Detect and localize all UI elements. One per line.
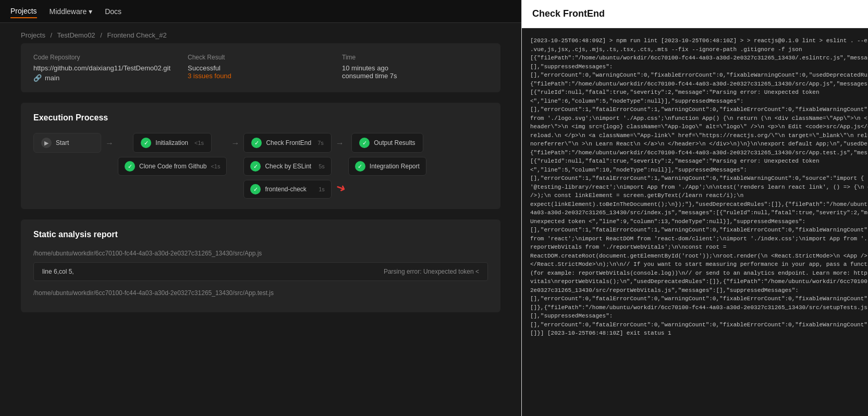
sub-step-frontend-check: ✓ frontend-check 1s ➜ xyxy=(243,180,331,199)
step-header-output: ✓ Output Results xyxy=(351,133,423,153)
step-label-start: Start xyxy=(56,139,69,146)
output-sub-steps: ✓ Integration Report xyxy=(348,157,426,176)
breadcrumb-projects[interactable]: Projects xyxy=(21,31,45,39)
frontend-check-icon: ✓ xyxy=(250,184,261,194)
execution-card: Execution Process ▶ Start → ✓ Initializa… xyxy=(21,103,500,209)
nav-item-projects[interactable]: Projects xyxy=(10,5,37,18)
repo-url: https://github.com/daixiang11/TestDemo02… xyxy=(33,64,179,72)
branch-name: main xyxy=(45,74,59,82)
breadcrumb-testdemo02[interactable]: TestDemo02 xyxy=(57,31,95,39)
step-header-init: ✓ Initialization <1s xyxy=(133,133,212,153)
integration-report-label: Integration Report xyxy=(370,163,420,170)
repo-section-time: Time 10 minutes ago consumed time 7s xyxy=(342,54,488,82)
result-status: Successful xyxy=(188,64,334,72)
check-sub-steps: ✓ Check by ESLint 5s ✓ frontend-check 1s… xyxy=(243,157,331,199)
time-ago: 10 minutes ago xyxy=(342,64,488,72)
sub-step-clone: ✓ Clone Code from Github <1s xyxy=(118,157,227,176)
right-panel-title: Check FrontEnd xyxy=(532,8,605,19)
frontend-check-label: frontend-check xyxy=(265,186,306,193)
step-time-init: <1s xyxy=(194,140,204,146)
nav-item-docs[interactable]: Docs xyxy=(105,5,121,18)
flow-step-check: ✓ Check FrontEnd 7s ✓ Check by ESLint 5s… xyxy=(243,133,331,199)
eslint-icon: ✓ xyxy=(250,161,261,172)
breadcrumb-current: Frontend Check_#2 xyxy=(107,31,166,39)
repo-card: Code Repository https://github.com/daixi… xyxy=(21,43,500,92)
repo-section-url: Code Repository https://github.com/daixi… xyxy=(33,54,179,82)
start-icon: ▶ xyxy=(41,138,52,148)
nav-item-middleware[interactable]: Middleware ▾ xyxy=(50,5,93,18)
frontend-check-time: 1s xyxy=(319,186,325,192)
step-label-output: Output Results xyxy=(374,139,415,146)
log-content: [2023-10-25T06:48:09Z] > npm run lint [2… xyxy=(522,28,868,416)
breadcrumb: Projects / TestDemo02 / Frontend Check_#… xyxy=(0,23,521,43)
check-icon: ✓ xyxy=(251,138,262,148)
analysis-row-1: line 6,col 5, Parsing error: Unexpected … xyxy=(33,262,488,281)
result-label: Check Result xyxy=(188,54,334,61)
breadcrumb-sep-1: / xyxy=(51,31,53,39)
file-path-1: /home/ubuntu/workdir/6cc70100-fc44-4a03-… xyxy=(33,250,488,257)
flow-step-init: ✓ Initialization <1s ✓ Clone Code from G… xyxy=(118,133,227,176)
init-icon: ✓ xyxy=(141,138,151,148)
sub-step-integration-report: ✓ Integration Report xyxy=(348,157,426,176)
flow-step-start: ▶ Start xyxy=(33,133,101,153)
clone-label: Clone Code from Github xyxy=(139,163,206,170)
integration-report-icon: ✓ xyxy=(355,161,365,172)
output-icon: ✓ xyxy=(359,138,370,148)
clone-time: <1s xyxy=(211,163,220,169)
sub-step-eslint: ✓ Check by ESLint 5s xyxy=(243,157,331,176)
execution-title: Execution Process xyxy=(33,113,488,123)
step-label-check: Check FrontEnd xyxy=(266,139,311,146)
right-panel: Check FrontEnd ⛶ Full screen [2023-10-25… xyxy=(521,0,868,416)
nav-middleware-label: Middleware xyxy=(50,7,87,16)
repo-label: Code Repository xyxy=(33,54,179,61)
consumed-time: consumed time 7s xyxy=(342,72,488,80)
static-analysis-card: Static analysis report /home/ubuntu/work… xyxy=(21,219,500,312)
top-nav: Projects Middleware ▾ Docs xyxy=(0,0,521,23)
file-path-2: /home/ubuntu/workdir/6cc70100-fc44-4a03-… xyxy=(33,289,488,297)
chevron-down-icon: ▾ xyxy=(89,7,92,16)
flow-step-output: ✓ Output Results ✓ Integration Report xyxy=(348,133,426,176)
branch-link[interactable]: 🔗 main xyxy=(33,74,179,82)
eslint-label: Check by ESLint xyxy=(265,163,311,170)
arrow-3: → xyxy=(332,134,348,153)
repo-section-result: Check Result Successful 3 issues found xyxy=(188,54,334,82)
arrow-2: → xyxy=(227,134,243,153)
arrow-1: → xyxy=(101,134,118,153)
issue-error-1: Parsing error: Unexpected token < xyxy=(384,268,479,275)
step-header-start: ▶ Start xyxy=(33,133,101,153)
issue-location-1: line 6,col 5, xyxy=(42,268,74,275)
step-header-check: ✓ Check FrontEnd 7s xyxy=(243,133,331,153)
step-time-check: 7s xyxy=(317,140,324,146)
result-issues: 3 issues found xyxy=(188,72,334,80)
red-arrow-indicator: ➜ xyxy=(334,180,348,197)
link-icon: 🔗 xyxy=(33,74,42,82)
time-label: Time xyxy=(342,54,488,61)
static-analysis-title: Static analysis report xyxy=(33,230,488,239)
right-panel-header: Check FrontEnd ⛶ Full screen xyxy=(522,0,868,28)
execution-flow: ▶ Start → ✓ Initialization <1s ✓ Clone C… xyxy=(33,133,488,199)
init-sub-steps: ✓ Clone Code from Github <1s xyxy=(118,157,227,176)
breadcrumb-sep-2: / xyxy=(100,31,102,39)
clone-icon: ✓ xyxy=(125,161,135,172)
eslint-time: 5s xyxy=(319,163,325,169)
step-label-init: Initialization xyxy=(155,139,188,146)
